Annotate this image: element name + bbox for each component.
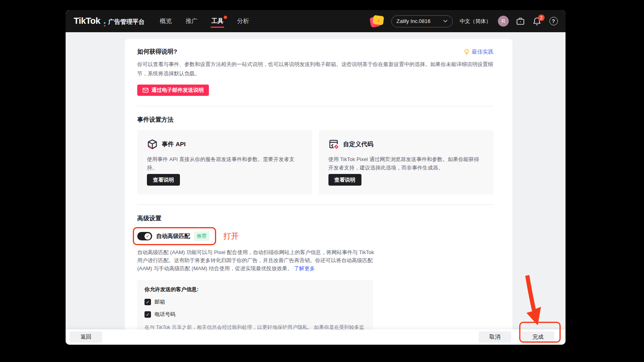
aam-toggle-label: 自动高级匹配 bbox=[156, 233, 190, 240]
aam-description-text: 自动高级匹配 (AAM) 功能可以与 Pixel 配合使用，自动扫描你网站上的客… bbox=[137, 249, 374, 271]
settings-panel: 如何获得说明? 最佳实践 你可以查看与事件、参数和设置方法相关的一站式说明，也可… bbox=[125, 39, 512, 345]
custom-code-card: 自定义代码 使用 TikTok Pixel 通过网页浏览器发送事件和参数。如果你… bbox=[319, 130, 494, 194]
setup-methods-title: 事件设置方法 bbox=[137, 116, 493, 124]
phone-checkbox-label: 电话号码 bbox=[155, 311, 175, 318]
done-button[interactable]: 完成 bbox=[522, 331, 554, 343]
nav-tab-tools-label: 工具 bbox=[211, 17, 223, 24]
advanced-settings-title: 高级设置 bbox=[137, 215, 375, 222]
phone-checkbox-row: ✓ 电话号码 bbox=[144, 311, 366, 318]
notification-badge: 2 bbox=[538, 14, 545, 21]
envelope-icon bbox=[142, 88, 149, 93]
bell-icon[interactable]: 2 bbox=[532, 17, 542, 26]
email-checkbox-row: ✓ 邮箱 bbox=[144, 298, 366, 306]
topbar-right-cluster: ♪ Zalify Inc.0816 中文（简体） R bbox=[369, 14, 558, 29]
help-icon[interactable]: ? bbox=[549, 17, 558, 26]
phone-checkbox[interactable]: ✓ bbox=[144, 311, 151, 318]
instructions-title: 如何获得说明? bbox=[137, 48, 177, 56]
product-name: 广告管理平台 bbox=[108, 18, 144, 26]
toggle-check-icon: ✓ bbox=[144, 233, 151, 240]
tiktok-colon-icon bbox=[104, 22, 105, 27]
recommended-badge: 推荐 bbox=[194, 232, 209, 241]
instructions-description: 你可以查看与事件、参数和设置方法相关的一站式说明，也可以将说明发送到电子邮箱。这… bbox=[137, 60, 493, 78]
customer-info-title: 你允许发送的客户信息: bbox=[144, 286, 366, 293]
nav-tab-analytics[interactable]: 分析 bbox=[236, 10, 250, 32]
primary-nav: 概览 推广 工具 分析 bbox=[159, 10, 250, 32]
email-checkbox[interactable]: ✓ bbox=[144, 299, 151, 305]
account-selector[interactable]: Zalify Inc.0816 bbox=[391, 15, 453, 27]
top-navigation-bar: TikTok 广告管理平台 概览 推广 工具 分析 ♪ Zalify Inc.0… bbox=[66, 10, 566, 32]
chevron-down-icon bbox=[443, 20, 448, 23]
custom-code-description: 使用 TikTok Pixel 通过网页浏览器发送事件和参数。如果你能获得开发者… bbox=[328, 155, 484, 172]
aam-annotation-box: ✓ 自动高级匹配 推荐 bbox=[133, 227, 216, 245]
tiktok-wordmark: TikTok bbox=[74, 16, 100, 26]
back-button[interactable]: 返回 bbox=[70, 331, 102, 343]
language-selector[interactable]: 中文（简体） bbox=[460, 18, 491, 25]
open-annotation-text: 打开 bbox=[223, 231, 239, 242]
footer-action-bar: 返回 取消 完成 bbox=[66, 329, 566, 345]
cancel-button[interactable]: 取消 bbox=[479, 331, 511, 343]
divider bbox=[137, 106, 493, 106]
aam-toggle[interactable]: ✓ bbox=[137, 232, 152, 240]
custom-code-title: 自定义代码 bbox=[343, 141, 374, 148]
rewards-promo-icon[interactable]: ♪ bbox=[369, 14, 384, 29]
aam-description: 自动高级匹配 (AAM) 功能可以与 Pixel 配合使用，自动扫描你网站上的客… bbox=[137, 248, 375, 273]
event-api-description: 使用事件 API 直接从你的服务器发送事件和参数。需要开发者支持。 bbox=[147, 155, 303, 172]
best-practice-link[interactable]: 最佳实践 bbox=[464, 48, 493, 56]
cube-icon bbox=[147, 139, 158, 150]
best-practice-label: 最佳实践 bbox=[472, 48, 493, 56]
avatar[interactable]: R bbox=[498, 16, 509, 27]
briefcase-icon[interactable] bbox=[516, 17, 525, 26]
tiktok-logo: TikTok 广告管理平台 bbox=[74, 16, 144, 27]
help-glyph: ? bbox=[549, 17, 558, 25]
event-api-card: 事件 API 使用事件 API 直接从你的服务器发送事件和参数。需要开发者支持。… bbox=[137, 130, 312, 194]
email-checkbox-label: 邮箱 bbox=[155, 298, 165, 306]
nav-tab-overview[interactable]: 概览 bbox=[159, 10, 173, 32]
learn-more-link[interactable]: 了解更多 bbox=[294, 265, 315, 271]
app-window: TikTok 广告管理平台 概览 推广 工具 分析 ♪ Zalify Inc.0… bbox=[66, 10, 566, 345]
divider bbox=[137, 205, 493, 205]
lightbulb-icon bbox=[464, 49, 470, 55]
page-background: 如何获得说明? 最佳实践 你可以查看与事件、参数和设置方法相关的一站式说明，也可… bbox=[66, 32, 566, 345]
code-window-icon bbox=[328, 139, 339, 150]
nav-tab-tools[interactable]: 工具 bbox=[211, 10, 224, 32]
send-email-label: 通过电子邮件发送说明 bbox=[151, 87, 204, 94]
custom-code-view-button[interactable]: 查看说明 bbox=[328, 174, 361, 186]
nav-tab-promotion[interactable]: 推广 bbox=[185, 10, 198, 32]
promo-card-front: ♪ bbox=[373, 15, 384, 25]
send-email-button[interactable]: 通过电子邮件发送说明 bbox=[137, 85, 209, 96]
event-api-title: 事件 API bbox=[162, 141, 186, 148]
notification-dot bbox=[224, 16, 227, 19]
event-api-view-button[interactable]: 查看说明 bbox=[147, 174, 180, 186]
account-name: Zalify Inc.0816 bbox=[396, 18, 431, 24]
